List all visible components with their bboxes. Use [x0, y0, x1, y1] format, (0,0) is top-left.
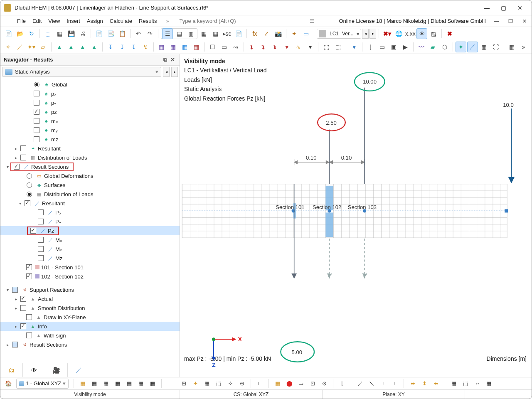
tool-x2[interactable]: ✖	[444, 28, 455, 39]
calc-2[interactable]: ⮯	[258, 42, 269, 52]
tab-video-icon[interactable]: 🎥	[45, 363, 68, 377]
tool-camera[interactable]: 📸	[273, 28, 283, 39]
sb8[interactable]: ▦	[272, 379, 283, 389]
chk-mx[interactable]	[34, 118, 39, 124]
chk-drawxy[interactable]	[26, 314, 32, 320]
search-input[interactable]	[178, 17, 303, 25]
chk-my[interactable]	[34, 127, 39, 133]
sb15[interactable]: ＼	[366, 379, 377, 389]
rad-globdef[interactable]	[27, 173, 32, 179]
calc-5[interactable]: ∿	[293, 42, 304, 52]
res-2[interactable]: ⬚	[332, 42, 343, 52]
menu-calculate[interactable]: Calculate	[110, 18, 132, 24]
chk-py[interactable]	[34, 100, 39, 106]
plane-1[interactable]: ⌊	[365, 42, 376, 52]
chk-pz[interactable]	[34, 109, 39, 115]
mesh-3[interactable]: ▦	[180, 42, 190, 52]
sb5[interactable]: ✧	[225, 379, 236, 389]
tool-layout2[interactable]: ▦	[210, 28, 221, 39]
sb11[interactable]: ⊡	[307, 379, 318, 389]
tool-delete-results[interactable]: ✖▾	[382, 28, 392, 39]
radio-global[interactable]	[34, 82, 39, 87]
sb3[interactable]: ▦	[202, 379, 212, 389]
tool-blocks[interactable]: ▦	[54, 28, 65, 39]
tool-filter[interactable]: ✦	[289, 28, 300, 39]
sb23[interactable]: ↔	[472, 379, 483, 389]
tool-xxx[interactable]: x.xx	[405, 28, 416, 39]
sb4[interactable]: ⬚	[213, 379, 224, 389]
chk-actual[interactable]	[20, 296, 26, 302]
sb17[interactable]: ⟂	[389, 379, 400, 389]
calc-6[interactable]: ▾	[305, 42, 315, 52]
render-1[interactable]: ✦	[456, 42, 466, 52]
sel-3[interactable]: ↝	[230, 42, 241, 52]
tool-newpage[interactable]: 📄	[94, 28, 104, 39]
tool-slice[interactable]: ▨	[428, 28, 439, 39]
diag-3[interactable]: ⬡	[439, 42, 450, 52]
sb2[interactable]: ✦	[190, 379, 201, 389]
navigator-tree[interactable]: ♣Global ♣pₓ ♣pᵧ ♣pz ♣mₓ ♣mᵧ ♣mz ▸✦Result…	[0, 78, 180, 363]
chk-mz[interactable]	[34, 136, 39, 142]
chk-rsres[interactable]	[25, 200, 30, 206]
lc-prev[interactable]: ◂	[362, 29, 369, 39]
mesh-2[interactable]: ▦	[168, 42, 179, 52]
new-node[interactable]: ✧	[3, 42, 14, 52]
plane-3[interactable]: ▣	[388, 42, 399, 52]
tool-reload[interactable]: ↻	[26, 28, 37, 39]
tool-script[interactable]: ▸sc	[222, 28, 232, 39]
calc-3[interactable]: ⮯	[270, 42, 281, 52]
view-tables[interactable]: ▤	[174, 28, 185, 39]
load-4[interactable]: ↯	[140, 42, 151, 52]
menu-more[interactable]: »	[163, 18, 172, 24]
sb6[interactable]: ⊕	[236, 379, 247, 389]
chk-dist[interactable]	[20, 155, 26, 160]
rad-dist2[interactable]	[27, 192, 32, 197]
sb21[interactable]: ▦	[448, 379, 459, 389]
tab-display-icon[interactable]: 👁	[23, 363, 45, 377]
lc-next[interactable]: ▸	[369, 29, 376, 39]
chk-MY[interactable]	[38, 246, 44, 252]
tool-save[interactable]: 💾	[66, 28, 76, 39]
menu-view[interactable]: View	[48, 18, 60, 24]
window-minimize-button[interactable]: —	[478, 2, 495, 14]
render-4[interactable]: ⛶	[490, 42, 501, 52]
tool-open[interactable]: 📂	[15, 28, 25, 39]
new-line[interactable]: ／	[15, 42, 25, 52]
mdi-minimize[interactable]: —	[493, 18, 500, 24]
res-1[interactable]: ⬚	[321, 42, 332, 52]
tool-redo[interactable]: ↷	[145, 28, 155, 39]
chk-resultant[interactable]	[20, 145, 26, 151]
mesh-1[interactable]: ▦	[156, 42, 167, 52]
diag-1[interactable]: 〰	[416, 42, 427, 52]
sb7[interactable]: ∟	[254, 379, 265, 389]
tool-new[interactable]: 📄	[3, 28, 14, 39]
chk-result-sections[interactable]	[14, 164, 20, 170]
analysis-type-combo[interactable]: Static Analysis ▾	[2, 67, 161, 77]
window-close-button[interactable]: ✕	[512, 2, 528, 14]
chk-MX[interactable]	[38, 237, 44, 243]
menu-assign[interactable]: Assign	[87, 18, 103, 24]
calc-4[interactable]: ▼	[281, 42, 292, 52]
mdi-restore[interactable]: ❐	[507, 18, 514, 24]
tree-info[interactable]: ▸▲Info	[0, 322, 180, 331]
tool-undo[interactable]: ↶	[133, 28, 144, 39]
sb14[interactable]: ／	[355, 379, 365, 389]
filter[interactable]: ▼	[349, 42, 360, 52]
chk-support[interactable]	[12, 287, 18, 293]
sb10[interactable]: ▭	[296, 379, 306, 389]
chk-PZ[interactable]	[30, 228, 36, 234]
sb19[interactable]: ⬍	[419, 379, 430, 389]
keyword-search[interactable]	[178, 17, 303, 25]
tool-eye[interactable]: 👁	[416, 28, 427, 39]
analysis-prev[interactable]: ◂	[163, 67, 170, 77]
chk-PY[interactable]	[38, 219, 44, 224]
chk-s102[interactable]	[26, 273, 32, 279]
load-3[interactable]: ↧	[128, 42, 139, 52]
view-panel[interactable]: ▥	[185, 28, 196, 39]
render-2[interactable]: ／	[467, 42, 478, 52]
viewport[interactable]: Visibility mode LC1 - Vertikallast / Ver…	[180, 54, 532, 377]
status-home-icon[interactable]: 🏠	[3, 379, 14, 389]
sel-1[interactable]: ☐	[207, 42, 218, 52]
tool-model[interactable]: ⬚	[42, 28, 53, 39]
plane-2[interactable]: ▭	[377, 42, 387, 52]
